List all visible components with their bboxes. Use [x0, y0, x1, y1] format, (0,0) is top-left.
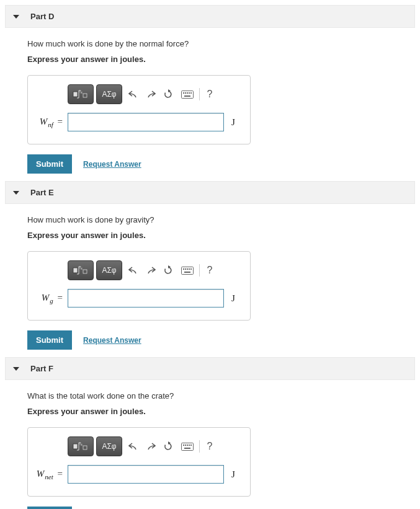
part-title: Part F [30, 364, 53, 373]
svg-rect-10 [184, 95, 190, 97]
answer-row: Wnf = J [34, 113, 240, 131]
answer-row: Wnet = J [34, 465, 240, 484]
variable-label: Wnf = [34, 117, 68, 128]
caret-down-icon [13, 367, 19, 371]
svg-rect-20 [190, 268, 192, 270]
keyboard-button[interactable] [177, 85, 198, 104]
svg-rect-7 [187, 92, 188, 94]
part-f: Part F What is the total work done on th… [5, 357, 415, 509]
svg-rect-15 [182, 267, 194, 274]
undo-button[interactable] [125, 437, 142, 456]
svg-rect-14 [83, 270, 87, 273]
part-e: Part E How much work is done by gravity?… [5, 181, 415, 350]
svg-rect-11 [73, 268, 78, 273]
help-button[interactable]: ? [201, 85, 218, 104]
part-header-e[interactable]: Part E [5, 181, 415, 204]
toolbar-separator [199, 88, 200, 100]
keyboard-button[interactable] [177, 437, 198, 456]
reset-button[interactable] [159, 437, 177, 456]
answer-box: x□ ΑΣφ ? Wnet = J [27, 427, 251, 497]
svg-rect-26 [182, 443, 194, 450]
svg-rect-0 [73, 92, 78, 97]
question-text: How much work is done by the normal forc… [27, 39, 415, 48]
reset-button[interactable] [159, 261, 177, 280]
svg-rect-32 [184, 448, 190, 449]
instruction-text: Express your answer in joules. [27, 231, 415, 240]
answer-box: x□ ΑΣφ ? Wnf = J [27, 75, 251, 144]
svg-text:□: □ [79, 441, 81, 445]
svg-rect-22 [73, 444, 78, 449]
toolbar-separator [199, 440, 200, 453]
answer-row: Wg = J [34, 289, 240, 308]
unit-label: J [226, 117, 240, 128]
format-templates-button[interactable]: x□ [68, 84, 94, 104]
svg-rect-19 [189, 268, 190, 270]
svg-rect-28 [185, 445, 186, 446]
svg-rect-8 [189, 92, 190, 94]
equation-toolbar: x□ ΑΣφ ? [68, 260, 240, 280]
svg-rect-5 [183, 92, 184, 94]
svg-rect-31 [190, 445, 192, 446]
svg-text:□: □ [79, 265, 81, 269]
instruction-text: Express your answer in joules. [27, 55, 415, 64]
equation-toolbar: x□ ΑΣφ ? [68, 84, 240, 104]
variable-label: Wnet = [34, 469, 68, 480]
undo-button[interactable] [125, 261, 142, 280]
redo-button[interactable] [142, 85, 159, 104]
part-body: How much work is done by the normal forc… [5, 28, 415, 174]
question-text: What is the total work done on the crate… [27, 391, 415, 401]
answer-input[interactable] [68, 289, 224, 308]
svg-rect-30 [189, 445, 190, 446]
part-header-f[interactable]: Part F [5, 357, 415, 380]
equation-toolbar: x□ ΑΣφ ? [68, 436, 240, 456]
caret-down-icon [13, 191, 19, 195]
part-body: How much work is done by gravity? Expres… [5, 204, 415, 350]
unit-label: J [226, 469, 240, 480]
greek-symbols-button[interactable]: ΑΣφ [96, 84, 122, 104]
svg-text:□: □ [79, 89, 81, 93]
svg-rect-18 [187, 268, 188, 270]
part-body: What is the total work done on the crate… [5, 380, 415, 509]
action-row: Submit Request Answer [27, 330, 415, 350]
svg-rect-29 [187, 445, 188, 446]
toolbar-separator [199, 264, 200, 277]
undo-button[interactable] [125, 85, 142, 104]
submit-button[interactable]: Submit [27, 330, 72, 350]
part-title: Part E [30, 188, 54, 197]
help-button[interactable]: ? [201, 261, 218, 280]
submit-button[interactable]: Submit [27, 507, 72, 509]
svg-rect-9 [190, 92, 192, 94]
svg-rect-16 [183, 268, 184, 270]
svg-rect-27 [183, 445, 184, 446]
variable-label: Wg = [34, 293, 68, 304]
request-answer-link[interactable]: Request Answer [83, 336, 141, 345]
instruction-text: Express your answer in joules. [27, 407, 415, 416]
help-button[interactable]: ? [201, 437, 218, 456]
svg-rect-6 [185, 92, 186, 94]
submit-button[interactable]: Submit [27, 154, 72, 174]
svg-rect-17 [185, 268, 186, 270]
svg-rect-3 [83, 94, 87, 97]
action-row: Submit Request Answer [27, 154, 415, 174]
answer-box: x□ ΑΣφ ? Wg = J [27, 251, 251, 321]
format-templates-button[interactable]: x□ [68, 260, 94, 280]
greek-symbols-button[interactable]: ΑΣφ [96, 436, 122, 456]
greek-symbols-button[interactable]: ΑΣφ [96, 260, 122, 280]
action-row: Submit Request Answer [27, 507, 415, 509]
caret-down-icon [13, 15, 19, 19]
reset-button[interactable] [159, 85, 177, 104]
part-header-d[interactable]: Part D [5, 5, 415, 28]
request-answer-link[interactable]: Request Answer [83, 160, 141, 169]
redo-button[interactable] [142, 437, 159, 456]
svg-rect-21 [184, 272, 190, 273]
part-d: Part D How much work is done by the norm… [5, 5, 415, 174]
keyboard-button[interactable] [177, 261, 198, 280]
svg-rect-25 [83, 446, 87, 449]
unit-label: J [226, 293, 240, 304]
redo-button[interactable] [142, 261, 159, 280]
answer-input[interactable] [68, 465, 224, 484]
svg-rect-4 [182, 91, 194, 98]
format-templates-button[interactable]: x□ [68, 436, 94, 456]
part-title: Part D [30, 12, 54, 21]
answer-input[interactable] [68, 113, 224, 131]
